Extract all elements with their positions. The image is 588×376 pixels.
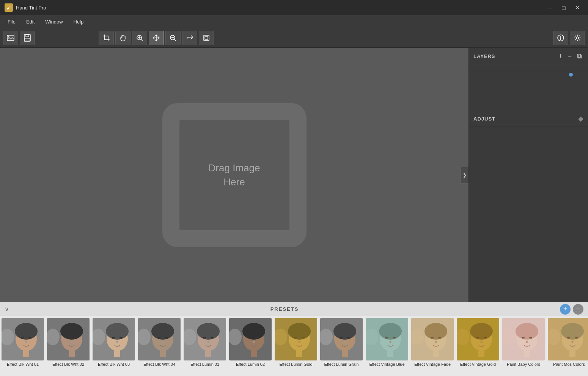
- preset-thumbnail: [184, 318, 226, 360]
- preset-item[interactable]: Effect Lumin 02: [228, 317, 273, 374]
- zoom-in-button[interactable]: [132, 31, 147, 45]
- menu-window[interactable]: Window: [41, 17, 67, 26]
- preset-thumbnail: [229, 318, 272, 360]
- collapse-panel-button[interactable]: ❯: [460, 167, 469, 183]
- svg-point-31: [106, 323, 129, 340]
- svg-point-58: [256, 337, 259, 339]
- preset-label: Effect Blk Wht 01: [7, 362, 39, 367]
- svg-point-72: [333, 323, 356, 340]
- svg-point-57: [248, 337, 252, 339]
- preset-thumbnail: [2, 318, 44, 360]
- svg-rect-3: [26, 34, 29, 37]
- hand-tool-button[interactable]: [115, 31, 130, 45]
- remove-layer-button[interactable]: −: [566, 52, 573, 61]
- svg-rect-7: [204, 35, 209, 41]
- svg-point-10: [560, 36, 561, 37]
- preset-thumbnail: [275, 318, 317, 360]
- preset-thumbnail: [93, 318, 135, 360]
- presets-collapse-button[interactable]: ∨: [5, 306, 9, 313]
- preset-item[interactable]: Effect Vintage Blue: [364, 317, 410, 374]
- preset-thumbnail: [366, 318, 408, 360]
- svg-rect-2: [24, 34, 30, 41]
- svg-point-25: [66, 337, 69, 339]
- svg-point-35: [116, 341, 118, 343]
- crop-button[interactable]: [99, 31, 114, 45]
- layers-section: LAYERS + − ⧉: [469, 48, 588, 65]
- svg-point-18: [28, 337, 31, 339]
- preset-label: Effect Lumin 02: [236, 362, 265, 367]
- add-preset-button[interactable]: +: [560, 304, 571, 315]
- svg-rect-56: [251, 349, 257, 357]
- presets-list: Effect Blk Wht 01Effect Blk Wht 02Effect…: [0, 316, 588, 376]
- adjust-title: ADJUST: [473, 116, 495, 122]
- settings-button[interactable]: [570, 31, 585, 45]
- menu-file[interactable]: File: [3, 17, 20, 26]
- layers-content: [469, 65, 588, 111]
- svg-rect-85: [366, 318, 408, 360]
- svg-point-59: [253, 341, 255, 343]
- redo-button[interactable]: [182, 31, 197, 45]
- svg-point-47: [197, 323, 220, 340]
- preset-item[interactable]: Paint Mos Colors: [546, 317, 588, 374]
- preset-label: Effect Lumin 01: [190, 362, 219, 367]
- menu-help[interactable]: Help: [69, 17, 88, 26]
- move-button[interactable]: [149, 31, 164, 45]
- preset-item[interactable]: Effect Blk Wht 03: [91, 317, 137, 374]
- preset-item[interactable]: Effect Blk Wht 04: [137, 317, 182, 374]
- canvas-area: Drag ImageHere ❯: [0, 48, 469, 302]
- svg-point-27: [71, 341, 73, 343]
- fit-button[interactable]: [199, 31, 214, 45]
- preset-label: Effect Vintage Gold: [460, 362, 496, 367]
- save-button[interactable]: [20, 31, 35, 45]
- preset-item[interactable]: Effect Lumin Grain: [319, 317, 364, 374]
- svg-rect-16: [23, 349, 29, 357]
- layer-indicator-dot: [569, 73, 573, 77]
- layers-title: LAYERS: [473, 53, 495, 59]
- add-layer-button[interactable]: +: [557, 52, 564, 61]
- svg-rect-8: [205, 36, 208, 39]
- zoom-out-button[interactable]: [165, 31, 181, 45]
- remove-preset-button[interactable]: −: [573, 304, 583, 315]
- preset-item[interactable]: Effect Blk Wht 02: [46, 317, 91, 374]
- app-title: Hand Tint Pro: [16, 5, 46, 11]
- preset-item[interactable]: Effect Vintage Gold: [455, 317, 501, 374]
- open-image-button[interactable]: [3, 31, 18, 45]
- svg-point-23: [60, 323, 83, 340]
- menu-bar: File Edit Window Help: [0, 15, 588, 28]
- svg-point-1: [8, 36, 9, 37]
- preset-thumbnail: [47, 318, 90, 360]
- svg-rect-68: [275, 318, 317, 360]
- close-button[interactable]: ✕: [571, 3, 583, 13]
- preset-item[interactable]: Effect Blk Wht 01: [0, 317, 46, 374]
- preset-item[interactable]: Effect Lumin Gold: [273, 317, 319, 374]
- svg-rect-40: [160, 349, 166, 357]
- adjust-content: [469, 127, 588, 302]
- svg-point-26: [74, 337, 77, 339]
- menu-edit[interactable]: Edit: [22, 17, 39, 26]
- adjust-section: ADJUST ◆: [469, 111, 588, 127]
- preset-item[interactable]: Paint Baby Colors: [501, 317, 546, 374]
- drop-zone[interactable]: Drag ImageHere: [162, 103, 307, 247]
- preset-item[interactable]: Effect Vintage Fade: [410, 317, 455, 374]
- drag-image-text: Drag ImageHere: [209, 161, 260, 189]
- info-button[interactable]: [553, 31, 568, 45]
- svg-rect-73: [342, 349, 348, 357]
- svg-point-39: [151, 323, 174, 340]
- svg-point-11: [576, 37, 579, 39]
- svg-rect-32: [114, 349, 120, 357]
- minimize-button[interactable]: ─: [544, 3, 556, 13]
- svg-rect-4: [25, 38, 30, 41]
- preset-thumbnail: [411, 318, 454, 360]
- svg-point-51: [207, 341, 209, 343]
- preset-thumbnail: [138, 318, 181, 360]
- preset-item[interactable]: Effect Lumin 01: [182, 317, 228, 374]
- preset-label: Effect Blk Wht 03: [98, 362, 130, 367]
- presets-title: PRESETS: [9, 306, 560, 312]
- svg-point-34: [119, 337, 123, 339]
- svg-point-76: [344, 341, 346, 343]
- app-icon: 🖌: [5, 3, 13, 12]
- maximize-button[interactable]: □: [558, 3, 570, 13]
- duplicate-layer-button[interactable]: ⧉: [575, 52, 583, 61]
- svg-rect-24: [69, 349, 75, 357]
- svg-point-42: [165, 337, 168, 339]
